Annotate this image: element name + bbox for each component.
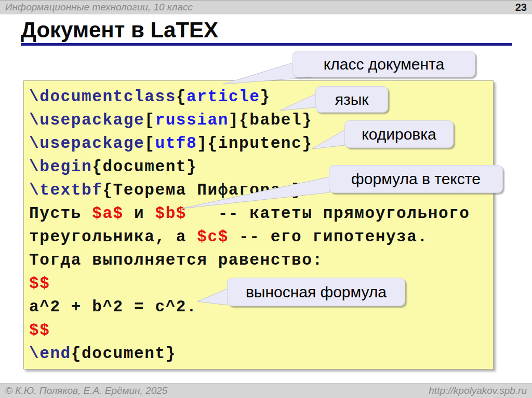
page-number: 23 <box>515 2 527 13</box>
code-line: $$ <box>29 319 470 342</box>
code-line: \documentclass{article} <box>29 85 470 108</box>
footer-bar: © К.Ю. Поляков, Е.А. Ерёмин, 2025 http:/… <box>0 383 532 398</box>
code-line: Тогда выполняется равенство: <box>29 249 470 272</box>
course-title: Информационные технологии, 10 класс <box>5 2 193 13</box>
callout-inline-formula: формула в тексте <box>329 165 503 193</box>
callout-display-formula: выносная формула <box>227 278 405 306</box>
presentation-slide: Информационные технологии, 10 класс 23 Д… <box>0 0 532 398</box>
callout-label: класс документа <box>324 56 444 73</box>
title-underline <box>21 43 512 46</box>
header-bar: Информационные технологии, 10 класс 23 <box>0 0 532 15</box>
callout-encoding: кодировка <box>344 120 454 148</box>
callout-document-class: класс документа <box>292 51 475 77</box>
code-line: треугольника, а $c$ -- его гипотенуза. <box>29 225 470 249</box>
callout-label: формула в тексте <box>351 170 481 188</box>
slide-title: Документ в LaTEX <box>21 18 218 43</box>
code-line: \end{document} <box>29 342 470 365</box>
callout-language: язык <box>315 86 388 113</box>
callout-label: кодировка <box>362 126 436 143</box>
code-line: Пусть $a$ и $b$ -- катеты прямоугольного <box>29 202 470 225</box>
footer-website: http://kpolyakov.spb.ru <box>429 385 527 396</box>
callout-label: язык <box>335 91 369 108</box>
callout-label: выносная формула <box>246 283 387 301</box>
footer-copyright: © К.Ю. Поляков, Е.А. Ерёмин, 2025 <box>5 385 167 396</box>
